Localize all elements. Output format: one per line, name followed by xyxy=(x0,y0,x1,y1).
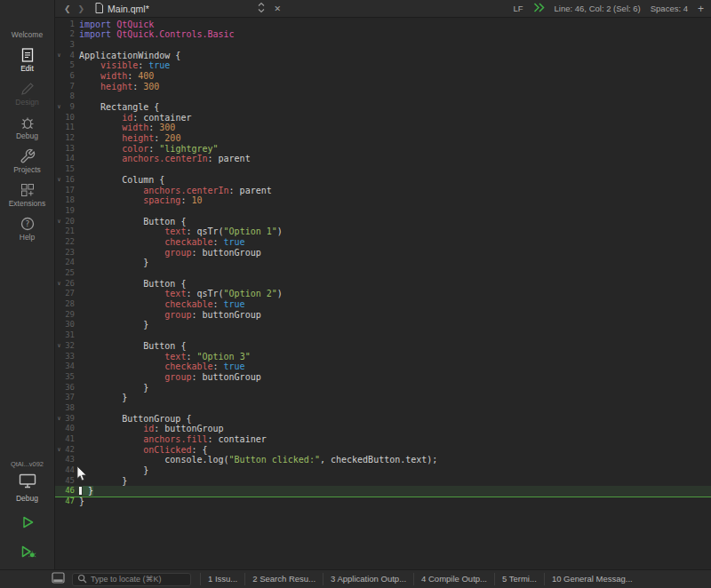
code-line[interactable]: 24 } xyxy=(55,258,711,268)
code-line[interactable]: 21 text: qsTr("Option 1") xyxy=(55,226,711,237)
file-tab[interactable]: Main.qml* ✕ xyxy=(95,0,284,18)
code-line[interactable]: ∨42 onClicked: { xyxy=(55,445,711,456)
code-line[interactable]: 44 } xyxy=(55,465,711,476)
code-text: group: buttonGroup xyxy=(79,310,261,321)
fold-marker-icon[interactable]: ∨ xyxy=(55,175,63,186)
kit-selector-button[interactable]: Debug xyxy=(0,471,54,505)
back-button[interactable]: ❮ xyxy=(60,1,75,17)
code-line[interactable]: 5 visible: true xyxy=(55,60,711,71)
sidebar-item-extensions[interactable]: Extensions xyxy=(9,178,46,211)
locator-input[interactable] xyxy=(91,575,186,584)
output-pane-general-messages[interactable]: 10 General Messag... xyxy=(544,573,640,585)
output-pane-search-results[interactable]: 2 Search Resu... xyxy=(244,573,323,585)
code-text: } xyxy=(79,393,127,403)
code-editor[interactable]: 1import QtQuick2import QtQuick.Controls.… xyxy=(55,18,711,569)
code-line[interactable]: 10 id: container xyxy=(55,113,711,123)
output-pane-compile-output[interactable]: 4 Compile Outp... xyxy=(413,573,494,585)
status-bar: 1 Issu...2 Search Resu...3 Application O… xyxy=(0,569,711,588)
code-line[interactable]: 27 text: qsTr("Option 2") xyxy=(55,289,711,299)
code-line[interactable]: 12 height: 200 xyxy=(55,133,711,144)
code-line[interactable]: 35 group: buttonGroup xyxy=(55,372,711,383)
run-icon xyxy=(19,513,36,534)
code-line[interactable]: 14 anchors.centerIn: parent xyxy=(55,154,711,164)
code-text: } xyxy=(79,497,84,507)
fold-gutter xyxy=(55,91,63,102)
line-ending-indicator[interactable]: LF xyxy=(513,4,523,13)
fold-marker-icon[interactable]: ∨ xyxy=(55,445,63,456)
output-pane-issues[interactable]: 1 Issu... xyxy=(200,573,244,585)
code-line[interactable]: 41 anchors.fill: container xyxy=(55,434,711,445)
code-line[interactable]: ∨32 Button { xyxy=(55,341,711,352)
fold-marker-icon[interactable]: ∨ xyxy=(55,102,63,113)
sidebar-item-projects[interactable]: Projects xyxy=(9,144,46,178)
code-line[interactable]: 8 xyxy=(55,91,711,102)
fold-marker-icon[interactable]: ∨ xyxy=(55,51,63,61)
code-line[interactable]: ∨16 Column { xyxy=(55,175,711,186)
code-line[interactable]: 33 text: "Option 3" xyxy=(55,352,711,362)
code-model-indicator-icon[interactable] xyxy=(533,3,545,14)
code-line[interactable]: 7 height: 300 xyxy=(55,82,711,92)
line-number: 35 xyxy=(63,372,75,383)
code-line[interactable]: 37 } xyxy=(55,393,711,403)
code-line[interactable]: 1import QtQuick xyxy=(55,20,711,30)
kit-target-label: Debug xyxy=(16,494,38,503)
code-line[interactable]: 19 xyxy=(55,206,711,217)
fold-gutter xyxy=(55,403,63,414)
code-line[interactable]: 17 anchors.centerIn: parent xyxy=(55,186,711,196)
code-line[interactable]: ∨9 Rectangle { xyxy=(55,102,711,113)
fold-gutter xyxy=(55,195,63,206)
sidebar-item-debug[interactable]: Debug xyxy=(9,110,46,144)
cursor-position-label[interactable]: Line: 46, Col: 2 (Sel: 6) xyxy=(555,4,641,13)
sidebar-item-edit[interactable]: Edit xyxy=(9,43,46,76)
code-line[interactable]: 36 } xyxy=(55,383,711,393)
code-line[interactable]: ∨20 Button { xyxy=(55,217,711,227)
code-line[interactable]: 30 } xyxy=(55,320,711,330)
code-line[interactable]: 31 xyxy=(55,330,711,341)
fold-marker-icon[interactable]: ∨ xyxy=(55,217,63,227)
tab-dropdown-button[interactable] xyxy=(256,2,267,16)
tab-close-button[interactable]: ✕ xyxy=(271,4,284,13)
chevron-up-down-icon xyxy=(258,2,265,16)
sidebar-item-welcome[interactable]: Welcome xyxy=(9,9,46,43)
code-line[interactable]: 43 console.log("Button clicked:", checke… xyxy=(55,455,711,465)
code-line[interactable]: 29 group: buttonGroup xyxy=(55,310,711,321)
code-line[interactable]: ∨39 ButtonGroup { xyxy=(55,414,711,425)
code-text: anchors.centerIn: parent xyxy=(79,154,251,164)
code-line[interactable]: 22 checkable: true xyxy=(55,237,711,248)
code-line[interactable]: 15 xyxy=(55,164,711,175)
code-line[interactable]: 46 } xyxy=(55,486,711,497)
run-button[interactable] xyxy=(16,512,39,535)
fold-marker-icon[interactable]: ∨ xyxy=(55,341,63,352)
output-pane-terminal[interactable]: 5 Termi... xyxy=(494,573,544,585)
fold-marker-icon[interactable]: ∨ xyxy=(55,414,63,425)
code-line[interactable]: 11 width: 300 xyxy=(55,123,711,133)
sidebar-item-help[interactable]: ?Help xyxy=(9,211,46,245)
code-line[interactable]: 28 checkable: true xyxy=(55,299,711,310)
code-line[interactable]: 25 xyxy=(55,268,711,279)
debug-icon xyxy=(20,115,36,131)
locator[interactable] xyxy=(72,573,191,586)
code-line[interactable]: 6 width: 400 xyxy=(55,71,711,82)
fold-marker-icon[interactable]: ∨ xyxy=(55,279,63,290)
fold-gutter xyxy=(55,455,63,465)
code-line[interactable]: 13 color: "lightgrey" xyxy=(55,144,711,155)
split-editor-button[interactable]: + xyxy=(698,3,704,15)
code-line[interactable]: ∨4ApplicationWindow { xyxy=(55,51,711,61)
debug-run-button[interactable] xyxy=(16,541,39,564)
code-text: onClicked: { xyxy=(79,445,208,456)
code-line[interactable]: 45 } xyxy=(55,476,711,487)
output-panel-toggle-button[interactable] xyxy=(52,572,65,586)
code-line[interactable]: 34 checkable: true xyxy=(55,362,711,372)
forward-button[interactable]: ❯ xyxy=(75,1,89,17)
code-line[interactable]: 2import QtQuick.Controls.Basic xyxy=(55,29,711,40)
code-line[interactable]: 38 xyxy=(55,403,711,414)
code-line[interactable]: 40 id: buttonGroup xyxy=(55,424,711,434)
line-number: 12 xyxy=(63,133,75,144)
code-line[interactable]: ∨26 Button { xyxy=(55,279,711,290)
code-line[interactable]: 23 group: buttonGroup xyxy=(55,248,711,258)
code-line[interactable]: 18 spacing: 10 xyxy=(55,195,711,206)
code-line[interactable]: 3 xyxy=(55,40,711,51)
indent-settings-label[interactable]: Spaces: 4 xyxy=(651,4,688,13)
output-pane-application-output[interactable]: 3 Application Outp... xyxy=(323,573,413,585)
code-line[interactable]: 47} xyxy=(55,497,711,507)
